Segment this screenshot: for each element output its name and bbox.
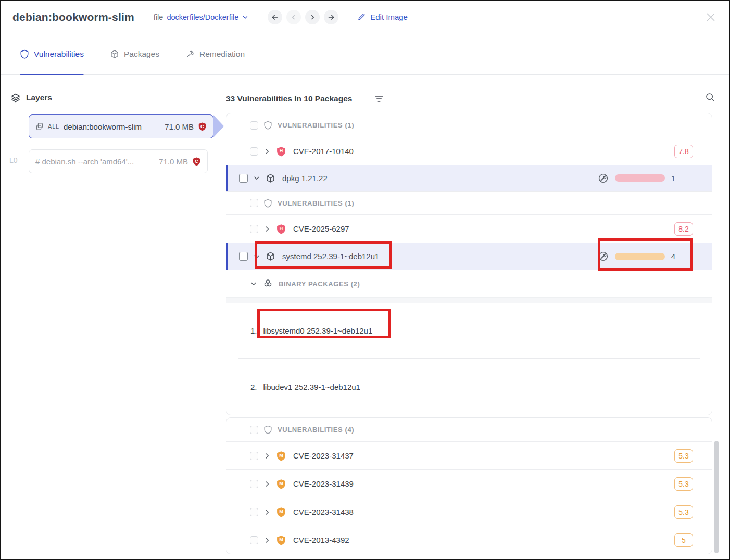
cvss-score-badge: 8.2 (674, 222, 693, 236)
cve-id: CVE-2025-6297 (293, 224, 349, 233)
cve-id: CVE-2023-31437 (293, 451, 354, 460)
layer-item-l0[interactable]: # debian.sh --arch 'amd64'... 71.0 MB C (29, 149, 208, 173)
chevron-right-icon[interactable] (263, 537, 271, 544)
chevron-right-icon[interactable] (263, 225, 271, 233)
cve-row[interactable]: M CVE-2023-31438 5.3 (226, 498, 712, 526)
row-checkbox[interactable] (239, 174, 248, 183)
chevron-right-button[interactable] (305, 10, 320, 24)
package-cube-icon (266, 251, 275, 261)
chevron-right-icon[interactable] (263, 148, 271, 155)
tab-label: Vulnerabilities (34, 49, 84, 59)
cvss-score-badge: 7.8 (674, 145, 693, 158)
package-name: dpkg 1.21.22 (282, 174, 328, 183)
row-checkbox[interactable] (250, 480, 258, 488)
binary-packages-label: BINARY PACKAGES (2) (279, 280, 360, 288)
section-label: VULNERABILITIES (4) (278, 426, 354, 434)
layer-item-all[interactable]: ALL debian:bookworm-slim 71.0 MB C (29, 114, 213, 138)
cve-row[interactable]: M CVE-2023-31439 5.3 (226, 469, 712, 498)
divider (144, 10, 144, 24)
vulnerabilities-4-card: VULNERABILITIES (4) M CVE-2023-31437 5.3 (226, 417, 712, 554)
shield-icon (20, 49, 29, 59)
edit-image-label: Edit Image (370, 12, 408, 21)
layers-stack-icon (35, 122, 44, 131)
chevron-right-icon[interactable] (263, 508, 271, 516)
layers-header: Layers (10, 93, 52, 103)
row-checkbox[interactable] (250, 147, 258, 156)
pencil-icon (357, 12, 366, 21)
vulnerability-count: 1 (671, 174, 675, 183)
search-icon[interactable] (704, 92, 715, 103)
package-cube-icon (266, 173, 275, 183)
divider (258, 10, 258, 24)
chevron-right-icon[interactable] (263, 452, 271, 460)
tab-bar: Vulnerabilities Packages Remediation (1, 33, 729, 75)
cve-row[interactable]: M CVE-2013-4392 5 (226, 526, 712, 554)
cve-row[interactable]: H CVE-2017-10140 7.8 (226, 137, 712, 165)
close-icon[interactable] (704, 10, 718, 24)
row-checkbox[interactable] (239, 252, 248, 261)
row-checkbox[interactable] (250, 536, 258, 544)
chevron-right-icon[interactable] (263, 480, 271, 488)
tab-label: Packages (124, 49, 159, 59)
cvss-score-badge: 5.3 (674, 505, 693, 519)
wrench-icon (185, 49, 195, 59)
cvss-score-badge: 5 (674, 533, 693, 547)
chevron-left-button[interactable] (286, 10, 301, 24)
no-fix-icon (598, 251, 609, 262)
tab-remediation[interactable]: Remediation (185, 33, 245, 75)
layer-command: # debian.sh --arch 'amd64'... (35, 157, 134, 166)
tab-packages[interactable]: Packages (110, 33, 159, 75)
forward-arrow-button[interactable] (324, 10, 338, 24)
chevron-down-icon[interactable] (253, 253, 260, 260)
layer-size: 71.0 MB (159, 157, 192, 166)
vulnerability-count: 4 (671, 252, 675, 261)
chevron-down-icon[interactable] (253, 174, 260, 182)
vulnerability-summary: 33 Vulnerabilities In 10 Packages (226, 94, 352, 104)
section-checkbox[interactable] (250, 121, 258, 130)
filter-icon[interactable] (374, 94, 384, 104)
edit-image-button[interactable]: Edit Image (357, 12, 408, 21)
cvss-score-badge: 5.3 (674, 449, 693, 463)
vulnerabilities-panel: 33 Vulnerabilities In 10 Packages VULNER… (226, 75, 729, 559)
layer-name: debian:bookworm-slim (64, 122, 142, 131)
cve-id: CVE-2013-4392 (293, 536, 349, 544)
shield-outline-icon (263, 121, 272, 130)
row-checkbox[interactable] (250, 225, 258, 233)
section-header-vulnerabilities-4: VULNERABILITIES (4) (226, 418, 712, 441)
section-checkbox[interactable] (250, 199, 258, 207)
row-checkbox[interactable] (250, 452, 258, 460)
back-arrow-button[interactable] (268, 10, 282, 24)
critical-badge-icon: C (198, 122, 207, 131)
cve-id: CVE-2023-31439 (293, 479, 354, 488)
binary-package-item: 1. libsystemd0 252.39-1~deb12u1 (226, 303, 712, 358)
list-header: 33 Vulnerabilities In 10 Packages (226, 92, 729, 106)
binary-item-number: 2. (250, 383, 257, 391)
cve-row[interactable]: H CVE-2025-6297 8.2 (226, 214, 712, 243)
binary-package-name: libudev1 252.39-1~deb12u1 (263, 383, 360, 391)
cve-row[interactable]: M CVE-2023-31437 5.3 (226, 441, 712, 469)
tab-vulnerabilities[interactable]: Vulnerabilities (20, 33, 84, 75)
tab-label: Remediation (199, 49, 245, 59)
layer-size: 71.0 MB (165, 122, 198, 131)
package-cube-icon (110, 49, 119, 59)
row-checkbox[interactable] (250, 508, 258, 516)
binary-packages-header[interactable]: BINARY PACKAGES (2) (226, 270, 712, 297)
cvss-score-badge: 5.3 (674, 477, 693, 491)
cve-id: CVE-2017-10140 (293, 147, 354, 156)
dockerfile-selector[interactable]: file dockerfiles/Dockerfile (154, 13, 248, 21)
chevron-down-icon[interactable] (250, 280, 257, 287)
scrollbar-thumb[interactable] (714, 441, 719, 553)
severity-medium-icon: M (276, 535, 286, 545)
shield-outline-icon (263, 425, 272, 434)
section-checkbox[interactable] (250, 426, 258, 434)
history-nav (268, 10, 338, 24)
package-row-systemd[interactable]: systemd 252.39-1~deb12u1 4 (226, 243, 712, 270)
severity-bar-group: 4 (598, 251, 675, 262)
dockerfile-path: dockerfiles/Dockerfile (167, 13, 238, 21)
file-label: file (154, 13, 163, 21)
layer-scope-tag: ALL (48, 123, 59, 130)
severity-high-icon: H (276, 146, 286, 157)
section-header-vulnerabilities-2: VULNERABILITIES (1) (226, 191, 712, 214)
package-row-dpkg[interactable]: dpkg 1.21.22 1 (226, 165, 712, 191)
title-bar: debian:bookworm-slim file dockerfiles/Do… (1, 1, 729, 33)
